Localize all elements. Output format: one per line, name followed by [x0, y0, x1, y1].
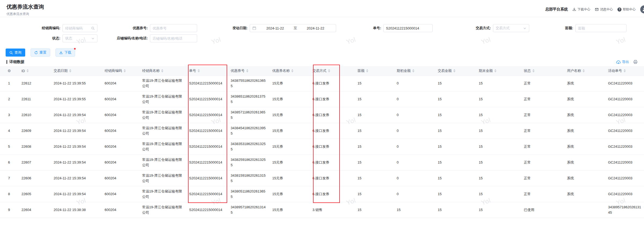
- avatar[interactable]: [640, 5, 644, 13]
- column-settings[interactable]: ⚙: [0, 66, 19, 75]
- sort-icon[interactable]: [366, 69, 368, 72]
- title-block: 优惠券流水查询 优惠券流水查询: [6, 3, 44, 16]
- coupon-no-input[interactable]: [150, 24, 197, 32]
- order-no-input-field[interactable]: [386, 26, 430, 30]
- download-button[interactable]: 下载: [56, 49, 75, 57]
- download-center-link[interactable]: 下载中心: [572, 7, 590, 12]
- coupon-no-input-field[interactable]: [153, 26, 194, 30]
- filter-face-value: 面额:: [575, 24, 627, 32]
- filter-change-date: 变动日期: 2024-11-22 至 2024-11-22: [250, 24, 336, 32]
- trade-type-select[interactable]: 交易方式: [493, 24, 529, 32]
- column-header-交易日期[interactable]: 交易日期: [51, 66, 102, 75]
- column-header-优惠券号[interactable]: 优惠券号: [228, 66, 270, 75]
- table-cell: 15: [435, 186, 476, 202]
- table-row[interactable]: 5226082024-11-22 15:39:54600204常温19-潭江仓储…: [0, 139, 644, 154]
- sort-icon[interactable]: [453, 69, 455, 72]
- table-cell: 600204: [102, 75, 139, 91]
- table-cell: 0: [394, 154, 435, 170]
- trade-type-placeholder: 交易方式: [496, 26, 523, 31]
- store-input[interactable]: [150, 34, 197, 42]
- table-cell: 15: [355, 154, 394, 170]
- gear-icon: ⚙: [8, 69, 11, 73]
- sort-icon[interactable]: [624, 69, 626, 72]
- column-header-活动单号[interactable]: 活动单号: [605, 66, 644, 75]
- table-cell: 系统: [564, 91, 605, 107]
- column-header-期初金额[interactable]: 期初金额: [394, 66, 435, 75]
- dealer-code-input[interactable]: [62, 24, 97, 32]
- table-cell: 常温19-潭江仓储运输有限公司: [139, 107, 186, 123]
- table-row[interactable]: 8226052024-11-22 15:39:54600204常温19-潭江仓储…: [0, 186, 644, 202]
- sort-icon[interactable]: [161, 69, 163, 72]
- table-row[interactable]: 7226062024-11-22 15:39:54600204常温19-潭江仓储…: [0, 170, 644, 186]
- table-header-row: ⚙ ID交易日期经销商编码经销商名称单号优惠券号优惠券名称交易方式面额期初金额交…: [0, 66, 644, 75]
- help-center-link[interactable]: ? 帮助中心: [617, 7, 636, 12]
- table-cell: 3438051186202613655: [228, 186, 270, 202]
- table-row[interactable]: 3226102024-11-22 15:39:54600204常温19-潭江仓储…: [0, 107, 644, 123]
- column-header-期末金额[interactable]: 期末金额: [476, 66, 521, 75]
- table-cell: 15元券: [270, 123, 310, 139]
- sort-icon[interactable]: [532, 69, 535, 72]
- column-header-优惠券名称[interactable]: 优惠券名称: [270, 66, 310, 75]
- sort-icon[interactable]: [27, 69, 29, 72]
- status-select[interactable]: 状态: [62, 34, 97, 42]
- table-cell: 15: [355, 139, 394, 154]
- table-cell: 系统: [564, 107, 605, 123]
- table-cell: 3438957186202613145: [228, 202, 270, 218]
- face-value-input[interactable]: [575, 24, 627, 32]
- column-header-经销商编码[interactable]: 经销商编码: [102, 66, 139, 75]
- column-header-用户名称[interactable]: 用户名称: [564, 66, 605, 75]
- table-cell: 2024-11-22 15:38:38: [51, 202, 102, 218]
- column-header-单号[interactable]: 单号: [186, 66, 228, 75]
- table-cell: S2024112215000014: [186, 154, 228, 170]
- table-cell: 正常: [521, 139, 564, 154]
- table-cell: 15元券: [270, 154, 310, 170]
- table-cell: 系统: [564, 139, 605, 154]
- table-cell: S2024112215000014: [186, 139, 228, 154]
- dealer-code-input-field[interactable]: [65, 26, 91, 30]
- message-center-link[interactable]: 消息中心: [595, 7, 613, 12]
- print-button[interactable]: [633, 60, 638, 64]
- order-no-input[interactable]: [383, 24, 433, 32]
- table-cell: 系统: [564, 186, 605, 202]
- column-header-经销商名称[interactable]: 经销商名称: [139, 66, 186, 75]
- column-header-ID[interactable]: ID: [19, 66, 51, 75]
- table-cell: 600204: [102, 154, 139, 170]
- filter-status: 状态: 状态: [62, 34, 97, 42]
- reset-button[interactable]: 重置: [31, 49, 50, 57]
- column-header-label: 期初金额: [397, 69, 411, 73]
- table-cell: 600204: [102, 139, 139, 154]
- cloud-download-icon: [616, 60, 621, 64]
- search-button[interactable]: 查询: [6, 49, 25, 57]
- sort-icon[interactable]: [198, 69, 200, 72]
- table-row[interactable]: 2226112024-11-22 15:39:55600204常温19-潭江仓储…: [0, 91, 644, 107]
- date-range-picker[interactable]: 2024-11-22 至 2024-11-22: [250, 24, 336, 32]
- sort-icon[interactable]: [494, 69, 496, 72]
- store-input-field[interactable]: [153, 36, 194, 40]
- sort-icon[interactable]: [412, 69, 414, 72]
- face-value-label: 面额:: [565, 24, 573, 32]
- column-header-面额[interactable]: 面额: [355, 66, 394, 75]
- export-button[interactable]: 导出: [616, 60, 629, 64]
- sort-icon[interactable]: [583, 69, 585, 72]
- table-cell: 0: [394, 107, 435, 123]
- sort-icon[interactable]: [328, 69, 330, 72]
- column-header-状态[interactable]: 状态: [521, 66, 564, 75]
- face-value-input-field[interactable]: [578, 26, 624, 30]
- sort-icon[interactable]: [124, 69, 126, 72]
- column-header-label: 交易金额: [438, 69, 452, 73]
- section-row: 详细数据 导出: [0, 57, 644, 66]
- column-header-交易方式[interactable]: 交易方式: [310, 66, 355, 75]
- column-header-label: 交易方式: [312, 69, 326, 73]
- table-row[interactable]: 9226042024-11-22 15:38:38600204常温19-潭江仓储…: [0, 202, 644, 218]
- sort-icon[interactable]: [246, 69, 248, 72]
- table-cell: 15元券: [270, 75, 310, 91]
- start-date[interactable]: 2024-11-22: [257, 26, 293, 30]
- end-date[interactable]: 2024-11-22: [298, 26, 334, 30]
- sort-icon[interactable]: [69, 69, 71, 72]
- table-row[interactable]: 4226092024-11-22 15:39:54600204常温19-潭江仓储…: [0, 123, 644, 139]
- sort-icon[interactable]: [291, 69, 293, 72]
- table-row[interactable]: 1226122024-11-22 15:39:55600204常温19-潭江仓储…: [0, 75, 644, 91]
- table-row[interactable]: 6226072024-11-22 15:39:54600204常温19-潭江仓储…: [0, 154, 644, 170]
- column-header-交易金额[interactable]: 交易金额: [435, 66, 476, 75]
- page-title: 优惠券流水查询: [6, 3, 44, 10]
